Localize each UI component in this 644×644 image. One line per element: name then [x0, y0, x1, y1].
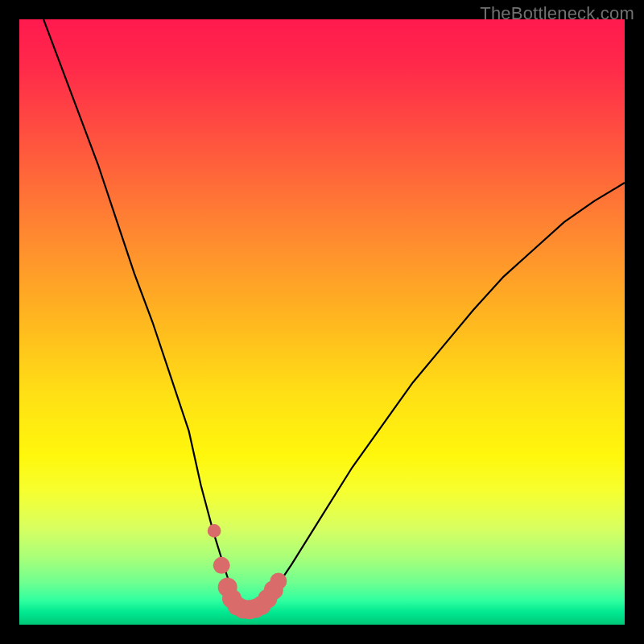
outer-frame: TheBottleneck.com [0, 0, 644, 644]
watermark-text: TheBottleneck.com [480, 3, 634, 24]
marker-cluster-1 [213, 557, 230, 574]
marker-dot-left-upper [208, 524, 221, 538]
marker-cluster-11 [270, 572, 287, 589]
curve-layer [19, 19, 625, 625]
bottleneck-curve [43, 19, 625, 609]
marker-group [208, 524, 287, 619]
plot-area [19, 19, 625, 625]
